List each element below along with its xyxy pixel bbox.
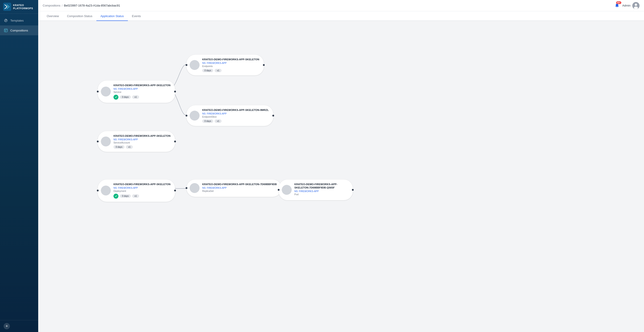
- connector-left: [97, 91, 99, 93]
- status-check-icon: [114, 194, 118, 199]
- node-ns: NS: FIREWORKS-APP: [114, 88, 170, 90]
- status-check-icon: [114, 95, 118, 100]
- user-name: Admin: [622, 4, 630, 7]
- version-badge: v1: [214, 69, 222, 72]
- node-type: Service: [114, 91, 170, 93]
- connector-right: [263, 64, 265, 66]
- node-badges: 0 days v1: [114, 194, 170, 199]
- add-button[interactable]: +: [4, 323, 10, 329]
- node-ns: NS: FIREWORKS-APP: [202, 186, 277, 189]
- node-ns: NS: FIREWORKS-APP: [114, 138, 170, 141]
- node-type: Endpoints: [202, 65, 259, 68]
- connector-right: [174, 190, 176, 191]
- node-avatar: [101, 186, 111, 195]
- node-title: KRATEO-DEMO-FIREWORKS-APP-SKELETON-7D69B…: [202, 183, 277, 186]
- avatar: [632, 2, 640, 9]
- header-right: 99+ Admin: [614, 2, 640, 9]
- node-avatar: [282, 185, 292, 195]
- connector-left: [186, 187, 188, 189]
- sidebar: KRATEO PLATFORMOPS Templates: [0, 0, 38, 332]
- user-info[interactable]: Admin: [622, 2, 640, 9]
- notification-badge: 99+: [616, 1, 621, 4]
- svg-point-5: [634, 7, 638, 9]
- canvas[interactable]: KRATEO-DEMO-FIREWORKS-APP-SKELETON NS: F…: [38, 21, 644, 332]
- node-endpointslice[interactable]: KRATEO-DEMO-FIREWORKS-APP-SKELETON-9MRZL…: [186, 105, 273, 126]
- node-info: KRATEO-DEMO-FIREWORKS-APP-SKELETON-7D69B…: [294, 183, 348, 197]
- node-serviceaccount[interactable]: KRATEO-DEMO-FIREWORKS-APP-SKELETON NS: F…: [98, 131, 175, 152]
- version-badge: v1: [126, 145, 133, 149]
- connector-right: [272, 115, 274, 117]
- tab-application-status[interactable]: Application Status: [96, 11, 128, 21]
- connector-left: [186, 64, 188, 66]
- node-badges: 0 days v1: [114, 145, 170, 149]
- node-avatar: [190, 60, 200, 70]
- node-badges: 0 days v1: [114, 95, 170, 100]
- sidebar-logo: KRATEO PLATFORMOPS: [0, 0, 38, 14]
- node-deployment[interactable]: KRATEO-DEMO-FIREWORKS-APP-SKELETON NS: F…: [98, 179, 175, 202]
- node-info: KRATEO-DEMO-FIREWORKS-APP-SKELETON NS: F…: [114, 183, 170, 199]
- node-endpoints[interactable]: KRATEO-DEMO-FIREWORKS-APP-SKELETON NS: F…: [186, 55, 264, 75]
- sidebar-item-compositions[interactable]: Compositions: [0, 26, 38, 35]
- header: Compositions / Be023997-1678-4a23-A1da-8…: [38, 0, 644, 11]
- connector-right: [174, 91, 176, 93]
- node-avatar: [101, 137, 111, 146]
- breadcrumb-separator: /: [62, 4, 63, 7]
- node-info: KRATEO-DEMO-FIREWORKS-APP-SKELETON NS: F…: [202, 58, 259, 72]
- node-title: KRATEO-DEMO-FIREWORKS-APP-SKELETON: [202, 58, 259, 61]
- node-info: KRATEO-DEMO-FIREWORKS-APP-SKELETON-7D69B…: [202, 183, 277, 194]
- version-badge: v1: [132, 194, 139, 198]
- node-title: KRATEO-DEMO-FIREWORKS-APP-SKELETON: [114, 134, 170, 138]
- node-ns: NS: FIREWORKS-APP: [114, 186, 170, 189]
- canvas-inner: KRATEO-DEMO-FIREWORKS-APP-SKELETON NS: F…: [38, 21, 353, 223]
- breadcrumb: Compositions / Be023997-1678-4a23-A1da-8…: [43, 4, 120, 7]
- node-avatar: [190, 111, 200, 121]
- version-badge: v1: [214, 119, 222, 123]
- node-service[interactable]: KRATEO-DEMO-FIREWORKS-APP-SKELETON NS: F…: [98, 81, 175, 103]
- tab-overview[interactable]: Overview: [43, 11, 63, 21]
- age-badge: 0 days: [120, 95, 131, 99]
- connector-left: [97, 190, 99, 191]
- node-badges: 0 days v1: [202, 69, 259, 72]
- node-avatar: [190, 183, 200, 193]
- tabs: Overview Composition Status Application …: [38, 11, 644, 21]
- sidebar-item-templates[interactable]: Templates: [0, 16, 38, 26]
- node-pod[interactable]: KRATEO-DEMO-FIREWORKS-APP-SKELETON-7D69B…: [279, 179, 353, 200]
- node-ns: NS: FIREWORKS-APP: [294, 190, 348, 193]
- notification-button[interactable]: 99+: [614, 3, 620, 9]
- sidebar-nav: Templates Compositions: [0, 14, 38, 320]
- sidebar-bottom: +: [0, 320, 38, 332]
- node-replicaset[interactable]: KRATEO-DEMO-FIREWORKS-APP-SKELETON-7D69B…: [186, 179, 281, 197]
- node-badges: 0 days v1: [202, 119, 269, 123]
- node-title: KRATEO-DEMO-FIREWORKS-APP-SKELETON: [114, 183, 170, 186]
- node-type: EndpointSlice: [202, 115, 269, 118]
- node-type: Deployment: [114, 190, 170, 192]
- age-badge: 0 days: [202, 69, 213, 72]
- connector-right: [174, 141, 176, 142]
- age-badge: 0 days: [202, 119, 213, 123]
- svg-point-4: [635, 4, 637, 6]
- node-ns: NS: FIREWORKS-APP: [202, 62, 259, 64]
- box-icon: [4, 28, 8, 33]
- node-type: ServiceAccount: [114, 141, 170, 144]
- tab-events[interactable]: Events: [128, 11, 145, 21]
- connector-left: [186, 115, 188, 117]
- node-avatar: [101, 87, 111, 97]
- svg-rect-2: [4, 29, 8, 32]
- age-badge: 0 days: [114, 145, 124, 149]
- breadcrumb-current: Be023997-1678-4a23-A1da-8567abcbac91: [64, 4, 120, 7]
- version-badge: v1: [132, 95, 139, 99]
- sidebar-item-templates-label: Templates: [10, 19, 24, 22]
- connector-left: [97, 141, 99, 142]
- krateo-logo-icon: [3, 3, 11, 11]
- connector-left: [278, 189, 280, 191]
- node-title: KRATEO-DEMO-FIREWORKS-APP-SKELETON-7D69B…: [294, 183, 348, 189]
- cube-icon: [4, 18, 8, 23]
- node-type: Pod: [294, 193, 348, 196]
- breadcrumb-compositions-link[interactable]: Compositions: [43, 4, 60, 7]
- age-badge: 0 days: [120, 194, 131, 198]
- tab-composition-status[interactable]: Composition Status: [63, 11, 96, 21]
- node-title: KRATEO-DEMO-FIREWORKS-APP-SKELETON: [114, 84, 170, 87]
- node-info: KRATEO-DEMO-FIREWORKS-APP-SKELETON NS: F…: [114, 84, 170, 100]
- node-type: ReplicaSet: [202, 190, 277, 192]
- node-info: KRATEO-DEMO-FIREWORKS-APP-SKELETON-9MRZL…: [202, 108, 269, 123]
